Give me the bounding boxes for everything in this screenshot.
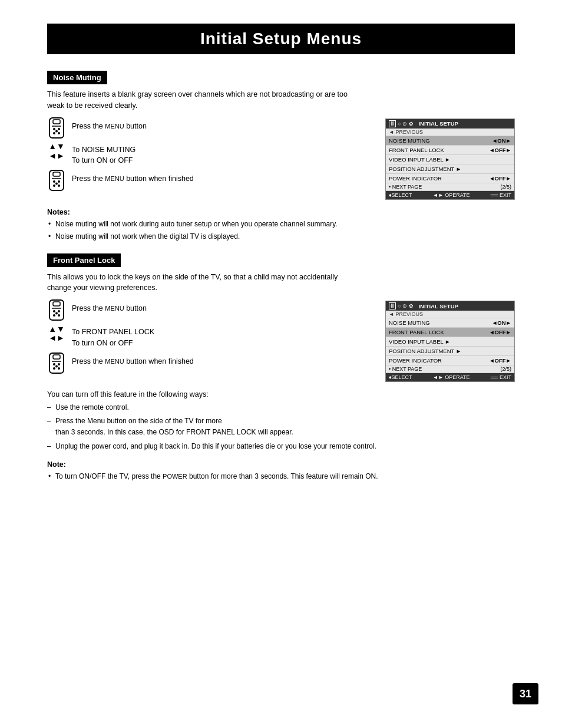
ways-intro: You can turn off this feature in the fol… [47, 390, 515, 398]
svg-rect-1 [53, 120, 60, 124]
fp-step-2-text: To FRONT PANEL LOCK To turn ON or OFF [72, 324, 154, 349]
osd1-row-4: POWER INDICATOR ◄OFF► [386, 174, 514, 183]
front-panel-lock-section: Front Panel Lock This allows you to lock… [47, 253, 515, 482]
svg-point-30 [58, 367, 60, 370]
osd1-icons: Ⅲ ○ ⊙ ✿ [389, 120, 414, 127]
svg-point-29 [53, 367, 55, 370]
osd2-title-bar: Ⅲ ○ ⊙ ✿ INITIAL SETUP [386, 301, 514, 311]
page-title: Initial Setup Menus [59, 29, 503, 48]
fp-step-3: Press the Menu button when finished [47, 354, 373, 373]
noise-step-1: Press the Menu button [47, 118, 373, 137]
osd-screen-2: Ⅲ ○ ⊙ ✿ INITIAL SETUP ◄ PREVIOUS NOISE M… [385, 301, 515, 382]
svg-point-27 [53, 363, 55, 365]
osd1-row-3: POSITION ADJUSTMENT ► [386, 164, 514, 174]
osd2-row-0: NOISE MUTING ◄ON► [386, 318, 514, 328]
osd2-row-1: FRONT PANEL LOCK ◄OFF► [386, 328, 514, 337]
noise-muting-steps: Press the Menu button ▲▼ ◄► To NOISE MUT… [47, 118, 373, 195]
fp-step-2: ▲▼ ◄► To FRONT PANEL LOCK To turn ON or … [47, 324, 373, 349]
remote-icon-4 [47, 354, 66, 373]
osd1-title-bar: Ⅲ ○ ⊙ ✿ INITIAL SETUP [386, 119, 514, 129]
noise-step-3-text: Press the Menu button when finished [72, 171, 194, 185]
osd1-next-page: • NEXT PAGE (2/5) [386, 183, 514, 191]
svg-point-4 [58, 128, 60, 130]
osd1-row-2: VIDEO INPUT LABEL ► [386, 155, 514, 164]
front-panel-steps-area: Press the Menu button ▲▼ ◄► To FRONT PAN… [47, 301, 515, 382]
noise-muting-notes: Notes: Noise muting will not work during… [47, 208, 515, 242]
svg-point-23 [55, 312, 58, 315]
svg-point-14 [58, 185, 60, 187]
osd2-row-4: POWER INDICATOR ◄OFF► [386, 356, 514, 365]
svg-point-21 [53, 314, 55, 317]
svg-point-28 [58, 363, 60, 365]
osd2-icons: Ⅲ ○ ⊙ ✿ [389, 302, 414, 309]
arrows-icon-2: ▲▼ ◄► [47, 324, 66, 343]
noise-muting-steps-area: Press the Menu button ▲▼ ◄► To NOISE MUT… [47, 118, 515, 200]
fp-step-3-text: Press the Menu button when finished [72, 354, 194, 367]
ways-list: Use the remote control. Press the Menu b… [47, 402, 515, 452]
osd1-previous: ◄ PREVIOUS [386, 129, 514, 136]
osd2-footer: ♦SELECT ◄► OPERATE ══ EXIT [386, 373, 514, 381]
osd1-rows: ◄ PREVIOUS NOISE MUTING ◄ON► FRONT PANEL… [386, 129, 514, 191]
svg-rect-17 [53, 302, 60, 306]
remote-icon-1 [47, 118, 66, 137]
svg-point-22 [58, 314, 60, 317]
osd-screen-1: Ⅲ ○ ⊙ ✿ INITIAL SETUP ◄ PREVIOUS NOISE M… [385, 118, 515, 200]
noise-step-2-text: To NOISE MUTING To turn ON or OFF [72, 142, 135, 167]
front-panel-header: Front Panel Lock [47, 253, 121, 267]
noise-step-2: ▲▼ ◄► To NOISE MUTING To turn ON or OFF [47, 142, 373, 167]
osd2-row-2: VIDEO INPUT LABEL ► [386, 337, 514, 347]
svg-point-13 [53, 185, 55, 187]
svg-point-12 [58, 180, 60, 183]
osd1-title: INITIAL SETUP [418, 120, 458, 127]
osd2-next-page: • NEXT PAGE (2/5) [386, 365, 514, 373]
noise-muting-section: Noise Muting This feature inserts a blan… [47, 71, 515, 242]
ways-item-2: Press the Menu button on the side of the… [47, 416, 515, 438]
ways-item-1: Use the remote control. [47, 402, 515, 413]
osd1-footer: ♦SELECT ◄► OPERATE ══ EXIT [386, 191, 514, 199]
fp-note-section: Note: To turn ON/OFF the TV, press the P… [47, 460, 515, 482]
svg-point-20 [58, 310, 60, 312]
front-panel-description: This allows you to lock the keys on the … [47, 272, 353, 294]
osd2-previous: ◄ PREVIOUS [386, 311, 514, 318]
remote-icon-3 [47, 301, 66, 319]
noise-notes-title: Notes: [47, 208, 515, 216]
svg-point-5 [53, 132, 55, 134]
fp-step-1: Press the Menu button [47, 301, 373, 319]
osd2-title: INITIAL SETUP [418, 303, 458, 309]
svg-rect-25 [53, 355, 60, 359]
osd2-row-3: POSITION ADJUSTMENT ► [386, 347, 514, 356]
ways-item-3: Unplug the power cord, and plug it back … [47, 441, 515, 452]
arrows-icon-1: ▲▼ ◄► [47, 142, 66, 161]
svg-point-31 [55, 365, 58, 367]
noise-muting-description: This feature inserts a blank gray screen… [47, 89, 353, 111]
osd1-row-1: FRONT PANEL LOCK ◄OFF► [386, 146, 514, 155]
remote-icon-2 [47, 171, 66, 190]
front-panel-steps: Press the Menu button ▲▼ ◄► To FRONT PAN… [47, 301, 373, 377]
title-banner: Initial Setup Menus [47, 24, 515, 54]
noise-note-1: Noise muting will not work during auto t… [47, 219, 515, 229]
noise-step-1-text: Press the Menu button [72, 118, 147, 132]
noise-muting-header: Noise Muting [47, 71, 107, 84]
fp-step-1-text: Press the Menu button [72, 301, 147, 314]
noise-step-3: Press the Menu button when finished [47, 171, 373, 190]
svg-point-19 [53, 310, 55, 312]
page-container: Initial Setup Menus Noise Muting This fe… [0, 0, 562, 728]
svg-point-6 [58, 132, 60, 134]
osd1-row-0: NOISE MUTING ◄ON► [386, 136, 514, 146]
fp-note-title: Note: [47, 460, 515, 469]
svg-rect-9 [53, 172, 60, 176]
page-number: 31 [513, 683, 538, 704]
svg-point-3 [53, 128, 55, 130]
svg-point-7 [55, 130, 58, 132]
osd2-rows: ◄ PREVIOUS NOISE MUTING ◄ON► FRONT PANEL… [386, 311, 514, 373]
svg-point-15 [55, 183, 58, 185]
noise-note-2: Noise muting will not work when the digi… [47, 231, 515, 242]
fp-note-text: To turn ON/OFF the TV, press the Power b… [47, 471, 515, 482]
svg-point-11 [53, 180, 55, 183]
